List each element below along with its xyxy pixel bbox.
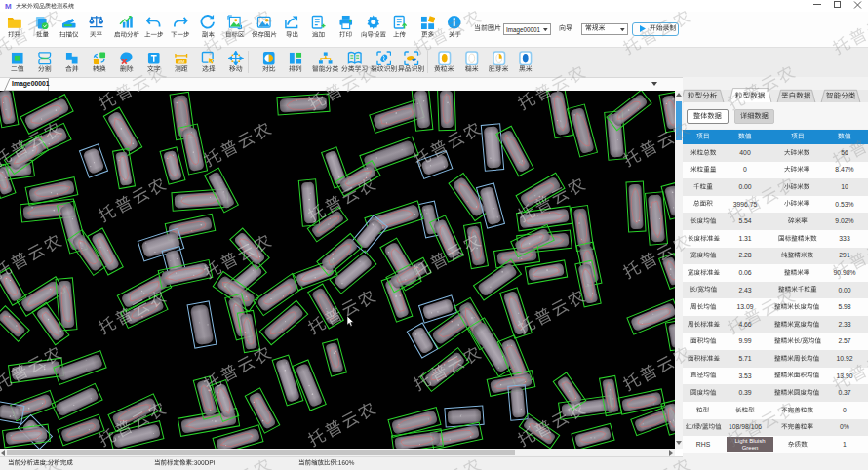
svg-text:MM: MM <box>178 59 185 64</box>
